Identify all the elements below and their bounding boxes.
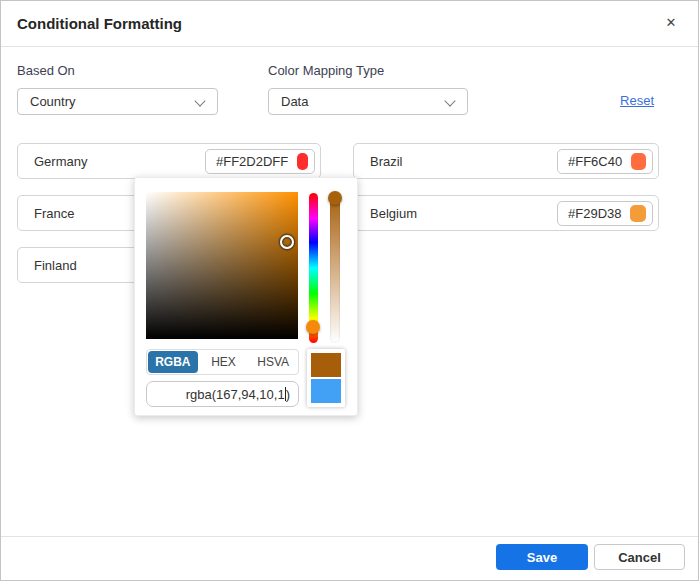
color-swatch[interactable] [631, 153, 646, 170]
chevron-down-icon [194, 95, 205, 106]
row-germany: Germany #FF2D2DFF [17, 143, 321, 179]
dialog-title: Conditional Formatting [17, 15, 182, 32]
tab-rgba[interactable]: RGBA [148, 351, 198, 373]
color-value-text-after: ) [286, 387, 290, 402]
country-label: Belgium [354, 206, 417, 221]
color-mode-tabs: RGBA HEX HSVA [146, 349, 299, 375]
saturation-value-area[interactable] [146, 192, 298, 339]
close-icon[interactable]: ✕ [661, 13, 681, 33]
country-label: France [18, 206, 74, 221]
selected-color-swatch[interactable] [311, 353, 341, 377]
color-mapping-type-dropdown[interactable]: Data [268, 88, 468, 115]
hex-value: #F29D38 [568, 206, 621, 221]
based-on-label: Based On [17, 63, 75, 78]
row-brazil: Brazil #FF6C40 [353, 143, 659, 179]
color-value-text: rgba(167,94,10,1 [186, 387, 285, 402]
conditional-formatting-dialog: Conditional Formatting ✕ Based On Countr… [0, 0, 699, 581]
hex-value: #FF6C40 [568, 154, 622, 169]
based-on-value: Country [30, 94, 76, 109]
country-label: Germany [18, 154, 87, 169]
color-swatch[interactable] [297, 153, 308, 170]
preview-swatch-panel [307, 349, 345, 407]
row-belgium: Belgium #F29D38 [353, 195, 659, 231]
saturation-value-cursor[interactable] [280, 235, 294, 249]
color-swatch[interactable] [630, 205, 646, 222]
hue-slider-handle[interactable] [306, 320, 320, 334]
color-mapping-type-label: Color Mapping Type [268, 63, 384, 78]
country-label: Finland [18, 258, 77, 273]
color-mapping-type-value: Data [281, 94, 308, 109]
color-value-field-germany[interactable]: #FF2D2DFF [205, 149, 315, 174]
chevron-down-icon [444, 95, 455, 106]
reset-link[interactable]: Reset [620, 93, 654, 108]
tab-hex[interactable]: HEX [199, 350, 249, 374]
color-value-input[interactable]: rgba(167,94,10,1) [146, 381, 299, 407]
color-picker-popup: RGBA HEX HSVA rgba(167,94,10,1) [134, 177, 358, 416]
dialog-titlebar: Conditional Formatting ✕ [1, 1, 698, 47]
cancel-button[interactable]: Cancel [594, 544, 685, 570]
country-label: Brazil [354, 154, 403, 169]
alpha-slider[interactable] [330, 193, 340, 343]
save-button[interactable]: Save [496, 544, 588, 570]
color-value-field-belgium[interactable]: #F29D38 [557, 201, 653, 226]
color-value-field-brazil[interactable]: #FF6C40 [557, 149, 653, 174]
tab-hsva[interactable]: HSVA [248, 350, 298, 374]
secondary-color-swatch[interactable] [311, 379, 341, 403]
footer-divider [1, 536, 698, 537]
hex-value: #FF2D2DFF [216, 154, 288, 169]
based-on-dropdown[interactable]: Country [17, 88, 218, 115]
alpha-slider-handle[interactable] [328, 191, 342, 205]
